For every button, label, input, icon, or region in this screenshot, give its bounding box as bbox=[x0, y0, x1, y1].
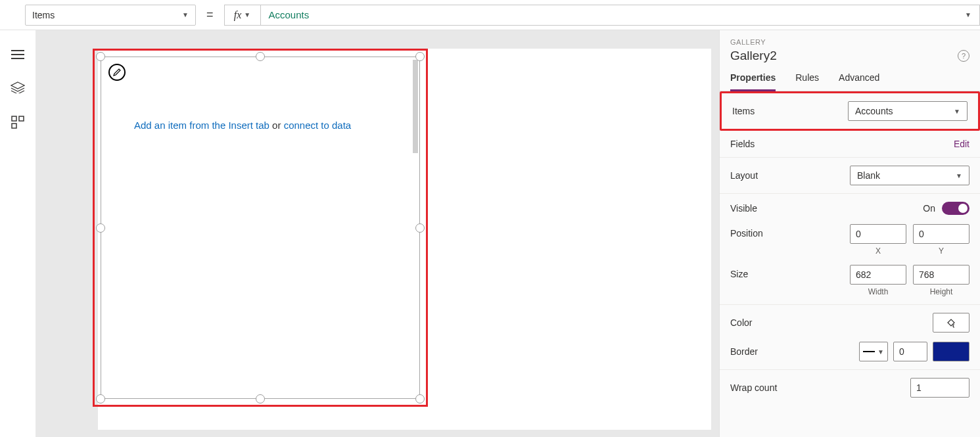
fx-button[interactable]: fx ▼ bbox=[224, 5, 261, 26]
svg-rect-1 bbox=[19, 116, 24, 121]
border-style-dropdown[interactable]: ▼ bbox=[859, 342, 888, 361]
svg-rect-0 bbox=[12, 116, 16, 121]
formula-bar: Items ▼ = fx ▼ Accounts ▼ bbox=[0, 0, 980, 30]
hamburger-icon[interactable] bbox=[11, 50, 24, 62]
tab-advanced[interactable]: Advanced bbox=[839, 72, 879, 91]
chevron-down-icon: ▼ bbox=[244, 11, 250, 18]
chevron-down-icon: ▼ bbox=[956, 172, 962, 179]
items-value: Accounts bbox=[855, 106, 893, 116]
insert-tab-link[interactable]: Add an item from the Insert tab bbox=[134, 120, 269, 131]
components-icon[interactable] bbox=[11, 116, 24, 131]
prop-visible: Visible On bbox=[730, 202, 969, 215]
border-label: Border bbox=[730, 346, 758, 357]
panel-tabs: Properties Rules Advanced bbox=[720, 63, 980, 91]
fields-edit-link[interactable]: Edit bbox=[954, 139, 969, 149]
chevron-down-icon: ▼ bbox=[954, 108, 960, 115]
chevron-down-icon: ▼ bbox=[877, 348, 884, 356]
edit-pencil-button[interactable] bbox=[108, 64, 126, 81]
height-sublabel: Height bbox=[930, 287, 953, 296]
visible-label: Visible bbox=[730, 203, 757, 214]
main-row: Add an item from the Insert tab or conne… bbox=[0, 30, 980, 437]
wrap-count-value: 1 bbox=[916, 382, 922, 393]
resize-handle[interactable] bbox=[96, 223, 105, 233]
size-height-input[interactable] bbox=[913, 265, 969, 285]
visible-toggle[interactable] bbox=[942, 202, 969, 215]
chevron-down-icon: ▼ bbox=[182, 11, 189, 18]
position-y-input[interactable] bbox=[913, 224, 969, 244]
layout-label: Layout bbox=[730, 170, 758, 181]
position-x-input[interactable] bbox=[850, 224, 906, 244]
chevron-down-icon: ▼ bbox=[965, 11, 971, 18]
pencil-icon bbox=[112, 68, 122, 77]
resize-handle[interactable] bbox=[415, 223, 425, 233]
resize-handle[interactable] bbox=[256, 394, 265, 403]
size-width-input[interactable] bbox=[850, 265, 906, 285]
resize-handle[interactable] bbox=[415, 394, 425, 403]
border-color-picker[interactable] bbox=[933, 342, 969, 361]
visible-on-text: On bbox=[923, 203, 935, 214]
prop-layout: Layout Blank ▼ bbox=[720, 158, 980, 194]
wrap-count-input[interactable]: 1 bbox=[910, 378, 969, 398]
gallery-hint: Add an item from the Insert tab or conne… bbox=[134, 120, 351, 131]
prop-wrap-count: Wrap count 1 bbox=[720, 370, 980, 405]
resize-handle[interactable] bbox=[96, 394, 105, 403]
prop-block-color-border: Color Border ▼ 0 bbox=[720, 305, 980, 370]
gallery-box bbox=[101, 57, 420, 399]
tab-rules[interactable]: Rules bbox=[795, 72, 819, 91]
border-width-value: 0 bbox=[899, 346, 904, 357]
connect-data-link[interactable]: connect to data bbox=[284, 120, 352, 131]
size-label: Size bbox=[730, 269, 748, 279]
color-picker[interactable] bbox=[933, 313, 969, 333]
prop-border: Border ▼ 0 bbox=[730, 342, 969, 361]
prop-size: Size Width Height bbox=[730, 265, 969, 296]
gallery-selection[interactable]: Add an item from the Insert tab or conne… bbox=[93, 49, 428, 407]
width-sublabel: Width bbox=[868, 287, 889, 296]
resize-handle[interactable] bbox=[96, 52, 105, 61]
layout-dropdown[interactable]: Blank ▼ bbox=[850, 166, 969, 185]
svg-rect-2 bbox=[12, 124, 16, 128]
hint-mid: or bbox=[269, 120, 284, 131]
property-select-label: Items bbox=[32, 10, 55, 20]
prop-fields: Fields Edit bbox=[720, 131, 980, 158]
formula-input[interactable]: Accounts ▼ bbox=[261, 5, 980, 26]
border-width-input[interactable]: 0 bbox=[893, 342, 927, 361]
resize-handle[interactable] bbox=[415, 52, 425, 61]
border-line-icon bbox=[863, 351, 875, 352]
control-type: GALLERY bbox=[730, 38, 969, 46]
prop-position: Position X Y bbox=[730, 224, 969, 256]
fields-label: Fields bbox=[730, 139, 755, 149]
prop-color: Color bbox=[730, 313, 969, 333]
layout-value: Blank bbox=[857, 170, 880, 181]
canvas-area[interactable]: Add an item from the Insert tab or conne… bbox=[36, 30, 719, 437]
layers-icon[interactable] bbox=[11, 81, 25, 96]
color-label: Color bbox=[730, 317, 752, 328]
formula-value: Accounts bbox=[269, 9, 310, 20]
help-icon[interactable]: ? bbox=[958, 50, 969, 62]
prop-items: Items Accounts ▼ bbox=[720, 91, 980, 131]
tab-properties[interactable]: Properties bbox=[730, 72, 776, 91]
fx-icon: fx bbox=[234, 9, 242, 21]
panel-header: GALLERY Gallery2 ? bbox=[720, 30, 980, 63]
items-dropdown[interactable]: Accounts ▼ bbox=[848, 101, 968, 121]
left-sidebar bbox=[0, 30, 36, 437]
prop-block-visible-pos-size: Visible On Position X Y bbox=[720, 194, 980, 305]
gallery-scrollbar[interactable] bbox=[413, 60, 418, 153]
paint-bucket-icon bbox=[946, 317, 956, 328]
x-sublabel: X bbox=[875, 246, 881, 256]
position-label: Position bbox=[730, 228, 763, 239]
right-panel: GALLERY Gallery2 ? Properties Rules Adva… bbox=[719, 30, 980, 437]
control-name[interactable]: Gallery2 bbox=[730, 49, 777, 63]
resize-handle[interactable] bbox=[256, 52, 265, 61]
equals-sign: = bbox=[196, 8, 224, 22]
items-label: Items bbox=[732, 106, 755, 116]
y-sublabel: Y bbox=[939, 246, 944, 256]
wrap-label: Wrap count bbox=[730, 382, 777, 393]
property-select[interactable]: Items ▼ bbox=[25, 5, 196, 26]
